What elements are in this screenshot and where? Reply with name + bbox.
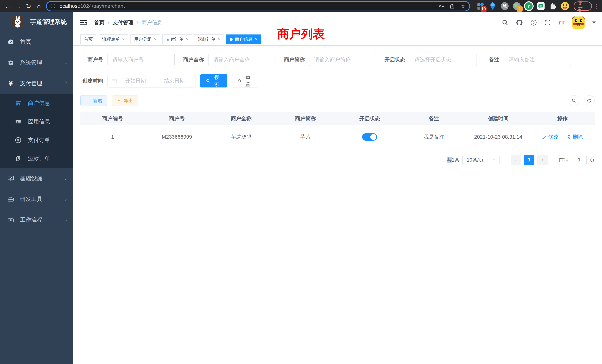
sidebar-item-label: 退款订单 bbox=[28, 155, 67, 162]
svg-text:⌘: ⌘ bbox=[502, 3, 507, 9]
browser-menu-icon[interactable]: ⋮ bbox=[594, 3, 599, 10]
search-button[interactable]: 搜索 bbox=[200, 74, 227, 87]
bookmark-star-icon[interactable]: ☆ bbox=[460, 3, 466, 10]
tab-pay-orders[interactable]: 支付订单 × bbox=[162, 34, 192, 44]
col-merchant-id: 商户编号 bbox=[80, 112, 145, 125]
cell-merchant-no: M233666999 bbox=[145, 125, 209, 149]
tab-merchant-info[interactable]: 商户信息 × bbox=[226, 34, 261, 44]
toolbox-icon bbox=[7, 195, 15, 203]
fullscreen-icon[interactable] bbox=[544, 19, 551, 26]
sidebar-item-infrastructure[interactable]: 基础设施 ⌄ bbox=[0, 168, 73, 189]
breadcrumb-home[interactable]: 首页 bbox=[94, 19, 105, 26]
tab-home[interactable]: 首页 bbox=[80, 34, 96, 44]
create-time-range-picker[interactable]: 开始日期 - 结束日期 bbox=[108, 74, 196, 87]
chevron-down-icon: ˅ bbox=[469, 58, 472, 62]
merchant-table: 商户编号 商户号 商户全称 商户简称 开启状态 备注 创建时间 操作 1 M23… bbox=[80, 112, 595, 149]
tab-close-icon[interactable]: × bbox=[218, 37, 220, 42]
browser-back-button[interactable]: ← bbox=[3, 1, 13, 11]
sidebar-item-label: 工作流程 bbox=[20, 216, 64, 224]
status-dot-extension-icon[interactable]: 1 bbox=[511, 1, 522, 11]
col-merchant-no: 商户号 bbox=[145, 112, 209, 125]
url-text: localhost:1024/pay/merchant bbox=[58, 3, 439, 9]
sidebar-item-merchant-info[interactable]: 商户信息 bbox=[0, 94, 73, 112]
merchant-no-input[interactable] bbox=[108, 53, 175, 66]
header-search-icon[interactable] bbox=[502, 19, 508, 26]
col-create-time: 创建时间 bbox=[466, 112, 530, 125]
tab-user-group[interactable]: 用户分组 × bbox=[130, 34, 160, 44]
sidebar-item-payment[interactable]: ¥ 支付管理 ⌃ bbox=[0, 73, 73, 94]
yen-icon: ¥ bbox=[7, 79, 15, 87]
tab-label: 流程表单 bbox=[102, 36, 120, 42]
table-header-row: 商户编号 商户号 商户全称 商户简称 开启状态 备注 创建时间 操作 bbox=[80, 112, 595, 125]
kite-extension-icon[interactable] bbox=[487, 1, 498, 11]
browser-forward-button[interactable]: → bbox=[13, 1, 23, 11]
sidebar-item-system[interactable]: 系统管理 ⌄ bbox=[0, 52, 73, 73]
sidebar-item-label: 商户信息 bbox=[28, 99, 67, 107]
share-icon[interactable] bbox=[450, 3, 455, 9]
payment-submenu: 商户信息 应用信息 ¥ bbox=[0, 94, 73, 168]
refresh-table-icon[interactable] bbox=[584, 95, 595, 106]
tab-close-icon[interactable]: × bbox=[122, 37, 125, 42]
sidebar-item-dev-tools[interactable]: 研发工具 ⌄ bbox=[0, 189, 73, 209]
chat-extension-icon[interactable] bbox=[536, 1, 546, 11]
add-button[interactable]: ＋ 新增 bbox=[80, 95, 107, 106]
tab-refund-orders[interactable]: 退款订单 × bbox=[194, 34, 224, 44]
command-extension-icon[interactable]: ⌘ bbox=[499, 1, 510, 11]
app-title: 芋道管理系统 bbox=[30, 18, 67, 26]
tab-process-form[interactable]: 流程表单 × bbox=[99, 34, 128, 44]
prev-page-button[interactable]: ‹ bbox=[511, 155, 521, 165]
browser-reload-button[interactable]: ↻ bbox=[23, 1, 34, 11]
sidebar-collapse-icon[interactable] bbox=[79, 18, 88, 27]
delete-link[interactable]: 删除 bbox=[566, 133, 583, 140]
sidebar-item-pay-orders[interactable]: ¥ 支付订单 bbox=[0, 131, 73, 149]
tab-close-icon[interactable]: × bbox=[255, 37, 258, 42]
start-date-placeholder: 开始日期 bbox=[118, 77, 153, 84]
browser-home-button[interactable]: ⌂ bbox=[34, 1, 44, 11]
rabbit-logo bbox=[11, 16, 24, 28]
goto-page-input[interactable] bbox=[572, 155, 587, 165]
y-logo-extension-icon[interactable]: Y bbox=[523, 1, 534, 11]
emoji-profile-icon[interactable] bbox=[560, 1, 570, 11]
user-avatar[interactable] bbox=[572, 17, 585, 29]
address-bar[interactable]: ⓘ localhost:1024/pay/merchant ☆ bbox=[47, 2, 469, 11]
sidebar: 芋道管理系统 首页 系统管理 ⌄ ¥ bbox=[0, 12, 73, 364]
puzzle-extensions-icon[interactable] bbox=[548, 1, 558, 11]
github-icon[interactable] bbox=[516, 19, 523, 26]
cell-remark: 我是备注 bbox=[402, 125, 466, 149]
password-key-icon[interactable] bbox=[439, 3, 444, 9]
avatar-dropdown-caret[interactable] bbox=[592, 21, 596, 24]
app-logo-row[interactable]: 芋道管理系统 bbox=[0, 12, 73, 32]
page-number-1[interactable]: 1 bbox=[524, 155, 534, 165]
breadcrumb-payment[interactable]: 支付管理 bbox=[113, 19, 133, 26]
breadcrumb-merchant-info: 商户信息 bbox=[142, 19, 162, 26]
gear-icon bbox=[7, 59, 15, 67]
tiles-extension-icon[interactable]: 10 bbox=[475, 1, 486, 11]
breadcrumb: 首页 / 支付管理 / 商户信息 bbox=[94, 19, 162, 26]
page-size-select[interactable]: 10条/页 ˅ bbox=[462, 155, 499, 165]
remark-input[interactable] bbox=[504, 53, 571, 66]
sidebar-item-label: 系统管理 bbox=[20, 59, 64, 66]
sidebar-item-home[interactable]: 首页 bbox=[0, 32, 73, 52]
full-name-input[interactable] bbox=[208, 53, 275, 66]
status-toggle[interactable] bbox=[362, 133, 377, 141]
toggle-search-icon[interactable] bbox=[569, 95, 579, 106]
short-name-input[interactable] bbox=[309, 53, 376, 66]
sidebar-item-app-info[interactable]: 应用信息 bbox=[0, 112, 73, 131]
sidebar-item-workflow[interactable]: 工作流程 ⌄ bbox=[0, 209, 73, 230]
tab-close-icon[interactable]: × bbox=[154, 37, 157, 42]
next-page-button[interactable]: › bbox=[537, 155, 548, 165]
font-size-icon[interactable]: ᴛT bbox=[559, 20, 565, 26]
site-info-icon[interactable]: ⓘ bbox=[50, 3, 55, 10]
edit-link[interactable]: 修改 bbox=[542, 133, 559, 140]
col-status: 开启状态 bbox=[337, 112, 402, 125]
cell-short-name: 芋艿 bbox=[273, 125, 337, 149]
tab-close-icon[interactable]: × bbox=[186, 37, 189, 42]
cell-full-name: 芋道源码 bbox=[209, 125, 273, 149]
reset-button[interactable]: 重置 bbox=[232, 74, 258, 87]
help-icon[interactable]: ? bbox=[530, 19, 537, 26]
status-select[interactable]: 请选择开启状态 ˅ bbox=[410, 53, 477, 66]
export-button[interactable]: 导出 bbox=[112, 95, 138, 106]
tab-label: 用户分组 bbox=[134, 36, 152, 42]
sidebar-item-refund-orders[interactable]: 退款订单 bbox=[0, 149, 73, 168]
browser-update-button[interactable]: 更新 bbox=[574, 1, 592, 11]
